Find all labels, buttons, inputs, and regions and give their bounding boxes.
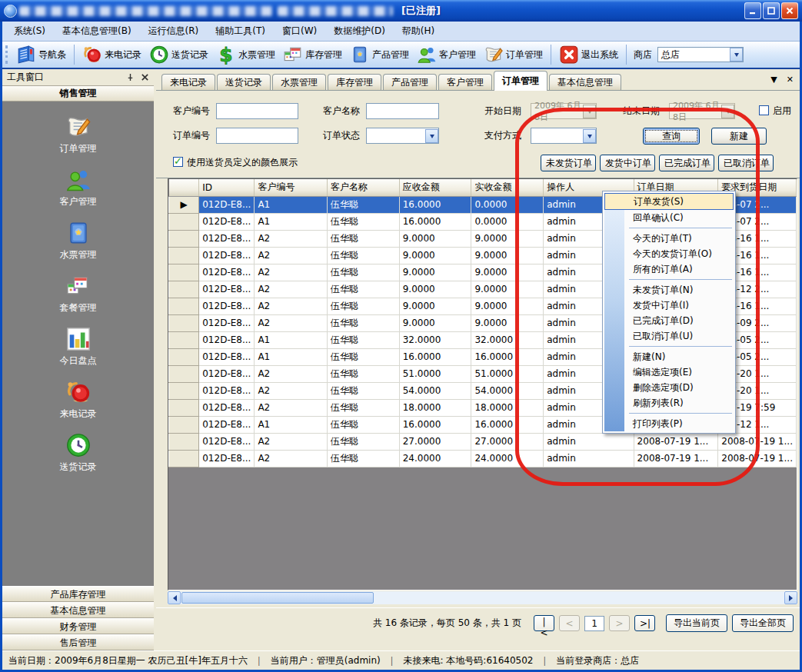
color-display-checkbox[interactable] <box>173 157 183 167</box>
sidebar-item[interactable]: 送货记录 <box>60 432 97 474</box>
tab-item[interactable]: 客户管理 <box>438 74 492 90</box>
row-selector-cell[interactable] <box>169 399 199 416</box>
context-menu-item[interactable]: 已取消订单(U) <box>604 328 734 344</box>
pay-method-combobox[interactable] <box>531 128 597 144</box>
context-menu-item[interactable]: 打印列表(P) <box>604 416 734 431</box>
sidebar-item[interactable]: 订单管理 <box>60 114 97 155</box>
menubar-item[interactable]: 运行信息(R) <box>140 22 208 41</box>
tab-active[interactable]: 订单管理 <box>494 71 547 91</box>
row-selector-cell[interactable] <box>169 281 199 298</box>
tab-item[interactable]: 库存管理 <box>328 74 381 90</box>
customer-name-input[interactable] <box>366 103 439 119</box>
context-menu-item[interactable]: 今天的发货订单(O) <box>604 246 734 261</box>
shop-combobox[interactable]: 总店 <box>657 47 744 62</box>
menubar-item[interactable]: 帮助(H) <box>394 22 443 41</box>
menubar-item[interactable]: 基本信息管理(B) <box>54 22 140 41</box>
order-status-combobox[interactable] <box>366 128 439 144</box>
new-button[interactable]: 新建 <box>711 128 767 145</box>
scroll-right-button[interactable] <box>784 591 797 604</box>
close-icon[interactable] <box>141 73 149 82</box>
tab-item[interactable]: 送货记录 <box>217 74 271 90</box>
column-header[interactable]: 客户名称 <box>328 179 400 196</box>
toolbar-button[interactable]: 退出系统 <box>555 43 622 66</box>
start-date-picker[interactable]: 2009年 6月 8日 <box>531 103 597 119</box>
customer-code-input[interactable] <box>216 103 298 119</box>
row-selector-cell[interactable] <box>169 247 199 264</box>
toolbar-button[interactable]: 导航条 <box>12 43 70 66</box>
close-button[interactable] <box>781 2 798 19</box>
prev-page-button[interactable]: < <box>559 615 580 631</box>
toolbar-button[interactable]: 客户管理 <box>413 43 480 66</box>
row-selector-cell[interactable] <box>169 433 199 450</box>
context-menu-item[interactable]: 未发货订单(N) <box>604 282 734 298</box>
toolbar-button[interactable]: 来电记录 <box>78 43 145 66</box>
end-date-picker[interactable]: 2009年 6月 8日 <box>669 103 735 119</box>
column-header[interactable]: ID <box>199 179 255 196</box>
context-menu-item[interactable]: 所有的订单(A) <box>604 261 734 277</box>
status-filter-button[interactable]: 发货中订单 <box>600 155 655 171</box>
toolbar-button[interactable]: 送货记录 <box>145 43 212 66</box>
minimize-button[interactable] <box>744 2 761 19</box>
row-selector-cell[interactable] <box>169 450 199 467</box>
sidebar-section[interactable]: 售后管理 <box>2 634 154 650</box>
toolbar-button[interactable]: 产品管理 <box>346 43 413 66</box>
scrollbar-thumb[interactable] <box>181 592 374 604</box>
menubar-item[interactable]: 辅助工具(T) <box>207 22 274 41</box>
chevron-down-icon[interactable] <box>730 48 743 62</box>
table-row[interactable]: 012D-E8...A2伍华聪27.000027.0000admin2008-0… <box>169 433 797 450</box>
context-menu-item[interactable]: 编辑选定项(E) <box>604 364 734 380</box>
row-selector-cell[interactable] <box>169 264 199 281</box>
sidebar-item[interactable]: 套餐管理 <box>60 273 97 314</box>
sidebar-section[interactable]: 产品库存管理 <box>2 586 154 602</box>
next-page-button[interactable]: > <box>609 615 630 631</box>
enable-checkbox[interactable] <box>759 105 769 115</box>
tab-item[interactable]: 水票管理 <box>272 74 326 90</box>
export-all-pages-button[interactable]: 导出全部页 <box>732 614 794 632</box>
toolbar-grip[interactable] <box>5 45 9 64</box>
sidebar-section[interactable]: 基本信息管理 <box>2 602 154 618</box>
row-selector-cell[interactable] <box>169 348 199 365</box>
status-filter-button[interactable]: 未发货订单 <box>541 155 596 171</box>
query-button[interactable]: 查询 <box>643 128 700 145</box>
context-menu-item[interactable]: 删除选定项(D) <box>604 380 734 395</box>
scroll-left-button[interactable] <box>168 591 181 604</box>
tab-scroll-down-icon[interactable]: ▼ <box>770 75 777 85</box>
sidebar-item[interactable]: 水票管理 <box>60 220 97 261</box>
tab-item[interactable]: 来电记录 <box>161 74 215 90</box>
last-page-button[interactable]: >| <box>634 615 655 631</box>
menubar-item[interactable]: 窗口(W) <box>274 22 325 41</box>
chevron-down-icon[interactable] <box>583 129 596 143</box>
context-menu-item[interactable]: 新建(N) <box>604 349 734 364</box>
menubar-item[interactable]: 系统(S) <box>5 22 54 41</box>
row-selector-cell[interactable]: ▶ <box>169 196 199 213</box>
order-code-input[interactable] <box>216 128 298 144</box>
toolbar-button[interactable]: 库存管理 <box>279 43 346 66</box>
context-menu-item[interactable]: 订单发货(S) <box>604 193 734 210</box>
tab-item[interactable]: 产品管理 <box>383 74 437 90</box>
row-selector-cell[interactable] <box>169 365 199 382</box>
context-menu-item[interactable]: 已完成订单(D) <box>604 313 734 328</box>
pin-icon[interactable] <box>126 73 135 82</box>
toolbar-button[interactable]: 订单管理 <box>480 43 547 66</box>
column-header[interactable]: 实收金额 <box>471 179 544 196</box>
tab-item[interactable]: 基本信息管理 <box>549 74 621 90</box>
page-number-input[interactable] <box>584 616 604 631</box>
horizontal-scrollbar[interactable] <box>168 591 797 604</box>
row-selector-cell[interactable] <box>169 382 199 399</box>
menubar-item[interactable]: 数据维护(D) <box>325 22 394 41</box>
row-selector-cell[interactable] <box>169 213 199 230</box>
first-page-button[interactable]: |< <box>534 615 554 631</box>
row-selector-cell[interactable] <box>169 331 199 348</box>
toolbar-button[interactable]: $水票管理 <box>212 43 279 66</box>
status-filter-button[interactable]: 已取消订单 <box>718 155 774 171</box>
row-selector-cell[interactable] <box>169 416 199 433</box>
sidebar-section[interactable]: 财务管理 <box>2 618 154 634</box>
table-row[interactable]: 012D-E8...A2伍华聪24.000024.0000admin2008-0… <box>169 450 797 467</box>
export-current-page-button[interactable]: 导出当前页 <box>666 614 727 632</box>
sidebar-section-sales[interactable]: 销售管理 <box>2 86 154 101</box>
tab-close-icon[interactable]: ✕ <box>787 75 794 85</box>
context-menu-item[interactable]: 发货中订单(I) <box>604 298 734 313</box>
chevron-down-icon[interactable] <box>425 129 438 143</box>
row-selector-cell[interactable] <box>169 314 199 331</box>
status-filter-button[interactable]: 已完成订单 <box>659 155 714 171</box>
